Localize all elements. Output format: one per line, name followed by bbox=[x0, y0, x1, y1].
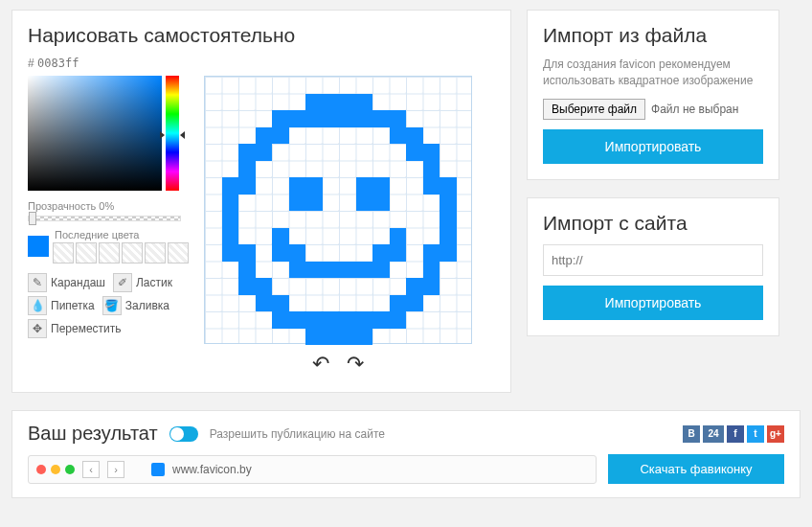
canvas-pixel[interactable] bbox=[423, 161, 440, 178]
canvas-pixel[interactable] bbox=[256, 144, 273, 161]
canvas-pixel[interactable] bbox=[305, 262, 323, 279]
canvas-pixel[interactable] bbox=[390, 244, 407, 262]
tool-move[interactable]: ✥Переместить bbox=[28, 319, 122, 338]
nav-forward-button[interactable]: › bbox=[107, 461, 124, 478]
canvas-pixel[interactable] bbox=[323, 329, 340, 346]
canvas-pixel[interactable] bbox=[323, 311, 340, 329]
canvas-pixel[interactable] bbox=[272, 244, 289, 262]
canvas-pixel[interactable] bbox=[440, 244, 457, 262]
canvas-pixel[interactable] bbox=[372, 110, 390, 127]
canvas-pixel[interactable] bbox=[390, 311, 407, 329]
canvas-pixel[interactable] bbox=[423, 278, 440, 295]
canvas-pixel[interactable] bbox=[339, 262, 356, 279]
canvas-pixel[interactable] bbox=[222, 211, 239, 228]
canvas-pixel[interactable] bbox=[372, 244, 390, 262]
fb-share-icon[interactable]: f bbox=[727, 425, 744, 443]
recent-swatch[interactable] bbox=[145, 242, 166, 264]
tool-pencil[interactable]: ✎Карандаш bbox=[28, 273, 105, 292]
canvas-pixel[interactable] bbox=[356, 311, 373, 329]
tw-share-icon[interactable]: t bbox=[747, 425, 764, 443]
canvas-pixel[interactable] bbox=[289, 195, 306, 212]
canvas-pixel[interactable] bbox=[390, 110, 407, 127]
canvas-pixel[interactable] bbox=[305, 110, 323, 127]
canvas-pixel[interactable] bbox=[305, 195, 323, 212]
canvas-pixel[interactable] bbox=[289, 262, 306, 279]
canvas-pixel[interactable] bbox=[356, 195, 373, 212]
canvas-pixel[interactable] bbox=[372, 311, 390, 329]
choose-file-button[interactable]: Выберите файл bbox=[543, 99, 645, 120]
vk-share-icon[interactable]: B bbox=[683, 425, 700, 443]
canvas-pixel[interactable] bbox=[256, 127, 273, 145]
canvas-pixel[interactable] bbox=[356, 329, 373, 346]
canvas-pixel[interactable] bbox=[339, 311, 356, 329]
canvas-pixel[interactable] bbox=[222, 244, 239, 262]
nav-back-button[interactable]: ‹ bbox=[82, 461, 100, 478]
canvas-pixel[interactable] bbox=[356, 94, 373, 111]
canvas-pixel[interactable] bbox=[238, 161, 256, 178]
canvas-pixel[interactable] bbox=[423, 244, 440, 262]
download-button[interactable]: Скачать фавиконку bbox=[608, 454, 784, 484]
recent-swatch[interactable] bbox=[76, 242, 97, 264]
tool-eraser[interactable]: ✐Ластик bbox=[113, 273, 172, 292]
canvas-pixel[interactable] bbox=[289, 110, 306, 127]
canvas-pixel[interactable] bbox=[406, 144, 423, 161]
canvas-pixel[interactable] bbox=[356, 262, 373, 279]
recent-swatch[interactable] bbox=[122, 242, 143, 264]
recent-swatch[interactable] bbox=[99, 242, 120, 264]
canvas-pixel[interactable] bbox=[238, 278, 256, 295]
canvas-pixel[interactable] bbox=[222, 228, 239, 245]
canvas-pixel[interactable] bbox=[406, 278, 423, 295]
canvas-pixel[interactable] bbox=[289, 244, 306, 262]
canvas-pixel[interactable] bbox=[272, 228, 289, 245]
canvas-pixel[interactable] bbox=[390, 127, 407, 145]
canvas-pixel[interactable] bbox=[305, 177, 323, 195]
canvas-pixel[interactable] bbox=[256, 295, 273, 312]
canvas-pixel[interactable] bbox=[339, 110, 356, 127]
canvas-pixel[interactable] bbox=[390, 295, 407, 312]
tool-fill[interactable]: 🪣Заливка bbox=[102, 296, 169, 315]
gplus-share-icon[interactable]: g+ bbox=[767, 425, 784, 443]
canvas-pixel[interactable] bbox=[423, 262, 440, 279]
canvas-pixel[interactable] bbox=[222, 195, 239, 212]
canvas-pixel[interactable] bbox=[238, 244, 256, 262]
recent-swatch[interactable] bbox=[53, 242, 74, 264]
publish-toggle[interactable] bbox=[169, 426, 198, 442]
canvas-pixel[interactable] bbox=[272, 311, 289, 329]
canvas-pixel[interactable] bbox=[272, 295, 289, 312]
canvas-pixel[interactable] bbox=[222, 177, 239, 195]
canvas-pixel[interactable] bbox=[272, 127, 289, 145]
pixel-canvas[interactable] bbox=[204, 76, 472, 344]
canvas-pixel[interactable] bbox=[406, 127, 423, 145]
saturation-value-picker[interactable] bbox=[28, 76, 162, 191]
transparency-handle[interactable] bbox=[29, 212, 36, 225]
recent-swatch[interactable] bbox=[168, 242, 189, 264]
canvas-pixel[interactable] bbox=[323, 110, 340, 127]
canvas-pixel[interactable] bbox=[289, 177, 306, 195]
canvas-pixel[interactable] bbox=[305, 94, 323, 111]
canvas-pixel[interactable] bbox=[372, 195, 390, 212]
canvas-pixel[interactable] bbox=[272, 110, 289, 127]
canvas-pixel[interactable] bbox=[390, 228, 407, 245]
canvas-pixel[interactable] bbox=[339, 329, 356, 346]
canvas-pixel[interactable] bbox=[238, 144, 256, 161]
canvas-pixel[interactable] bbox=[356, 177, 373, 195]
canvas-pixel[interactable] bbox=[289, 311, 306, 329]
canvas-pixel[interactable] bbox=[440, 228, 457, 245]
transparency-slider[interactable] bbox=[28, 216, 181, 221]
canvas-pixel[interactable] bbox=[440, 177, 457, 195]
canvas-pixel[interactable] bbox=[440, 211, 457, 228]
tool-pipette[interactable]: 💧Пипетка bbox=[28, 296, 95, 315]
canvas-pixel[interactable] bbox=[356, 110, 373, 127]
canvas-pixel[interactable] bbox=[440, 195, 457, 212]
canvas-pixel[interactable] bbox=[256, 278, 273, 295]
canvas-pixel[interactable] bbox=[423, 144, 440, 161]
import-site-submit[interactable]: Импортировать bbox=[543, 286, 763, 320]
canvas-pixel[interactable] bbox=[406, 295, 423, 312]
import-file-submit[interactable]: Импортировать bbox=[543, 129, 763, 164]
canvas-pixel[interactable] bbox=[372, 177, 390, 195]
canvas-pixel[interactable] bbox=[238, 177, 256, 195]
canvas-pixel[interactable] bbox=[238, 262, 256, 279]
canvas-pixel[interactable] bbox=[339, 94, 356, 111]
current-color-swatch[interactable] bbox=[28, 236, 49, 257]
hex-input[interactable] bbox=[37, 57, 104, 70]
